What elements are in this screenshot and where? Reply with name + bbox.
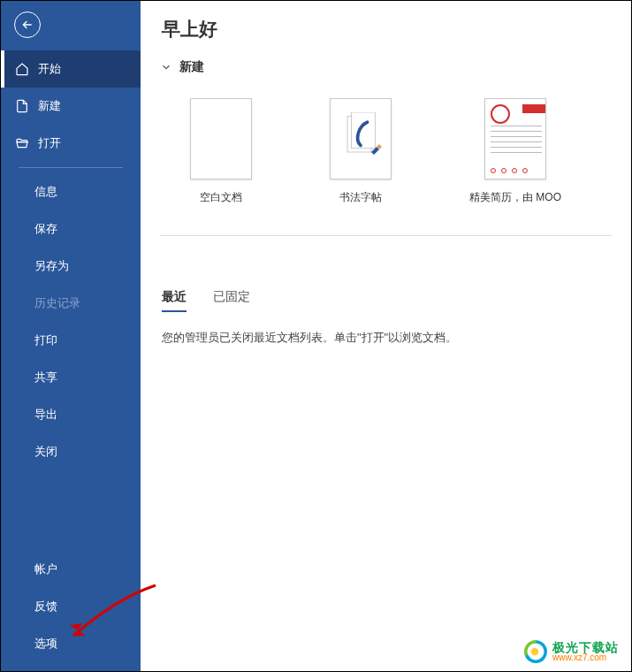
recent-pinned-tabs: 最近 已固定	[162, 289, 631, 312]
sidebar-item-open[interactable]: 打开	[1, 125, 141, 162]
sidebar-bottom-group: 帐户 反馈 选项	[1, 551, 141, 671]
sidebar-middle-group: 信息 保存 另存为 历史记录 打印 共享 导出 关闭	[1, 173, 141, 470]
nav-label: 共享	[34, 370, 57, 386]
nav-label: 新建	[38, 98, 61, 114]
sidebar-item-options[interactable]: 选项	[1, 625, 141, 662]
sidebar-item-close[interactable]: 关闭	[1, 433, 141, 470]
template-thumb	[190, 98, 252, 179]
nav-label: 反馈	[34, 599, 57, 615]
svg-rect-1	[352, 112, 376, 149]
sidebar-item-info[interactable]: 信息	[1, 173, 141, 210]
divider	[160, 235, 612, 236]
template-label: 书法字帖	[339, 190, 382, 205]
nav-label: 选项	[34, 636, 57, 652]
nav-label: 另存为	[34, 258, 69, 274]
template-label: 空白文档	[200, 190, 242, 205]
calligraphy-icon	[339, 112, 382, 165]
tab-recent[interactable]: 最近	[162, 289, 187, 312]
decorative-dots	[491, 168, 528, 173]
sidebar-item-save[interactable]: 保存	[1, 210, 141, 248]
new-section-toggle[interactable]: 新建	[160, 59, 631, 75]
template-label: 精美简历，由 MOO	[469, 190, 561, 205]
sidebar-item-feedback[interactable]: 反馈	[1, 588, 141, 625]
template-thumb	[484, 98, 546, 179]
page-title: 早上好	[162, 17, 631, 42]
recent-empty-message: 您的管理员已关闭最近文档列表。单击"打开"以浏览文档。	[162, 330, 631, 346]
sidebar-item-history: 历史记录	[1, 285, 141, 322]
tab-pinned[interactable]: 已固定	[213, 289, 250, 312]
divider	[19, 167, 123, 168]
folder-open-icon	[15, 136, 29, 150]
home-icon	[15, 62, 29, 76]
sidebar-item-account[interactable]: 帐户	[1, 551, 141, 588]
nav-label: 打开	[38, 135, 61, 151]
nav-label: 帐户	[34, 561, 57, 577]
back-button[interactable]	[14, 11, 41, 38]
template-calligraphy[interactable]: 书法字帖	[330, 98, 392, 205]
template-blank[interactable]: 空白文档	[190, 98, 252, 205]
template-gallery: 空白文档 书法字帖 精美简历，由 MOO	[190, 98, 631, 205]
nav-label: 打印	[34, 332, 57, 348]
nav-label: 关闭	[34, 444, 57, 460]
decorative-lines	[491, 126, 542, 157]
nav-label: 信息	[34, 184, 57, 200]
nav-label: 开始	[38, 61, 61, 77]
nav-label: 保存	[34, 221, 57, 237]
sidebar-item-share[interactable]: 共享	[1, 359, 141, 396]
sidebar-item-new[interactable]: 新建	[1, 88, 141, 125]
sidebar-item-print[interactable]: 打印	[1, 322, 141, 359]
arrow-left-icon	[20, 18, 34, 32]
section-label: 新建	[179, 59, 204, 75]
template-thumb	[330, 98, 392, 179]
nav-label: 历史记录	[34, 295, 80, 311]
sidebar-top-group: 开始 新建 打开	[1, 50, 141, 162]
template-resume[interactable]: 精美简历，由 MOO	[469, 98, 561, 205]
chevron-down-icon	[160, 61, 172, 73]
sidebar-item-saveas[interactable]: 另存为	[1, 248, 141, 285]
main-panel: 早上好 新建 空白文档 书法字帖 精美简历，由 MOO	[141, 1, 631, 671]
backstage-sidebar: 开始 新建 打开 信息 保存 另存为 历史记录 打印 共享 导出 关闭 帐户 反…	[1, 1, 141, 671]
nav-label: 导出	[34, 407, 57, 423]
document-icon	[15, 99, 29, 113]
sidebar-item-home[interactable]: 开始	[1, 50, 141, 88]
sidebar-item-export[interactable]: 导出	[1, 396, 141, 433]
